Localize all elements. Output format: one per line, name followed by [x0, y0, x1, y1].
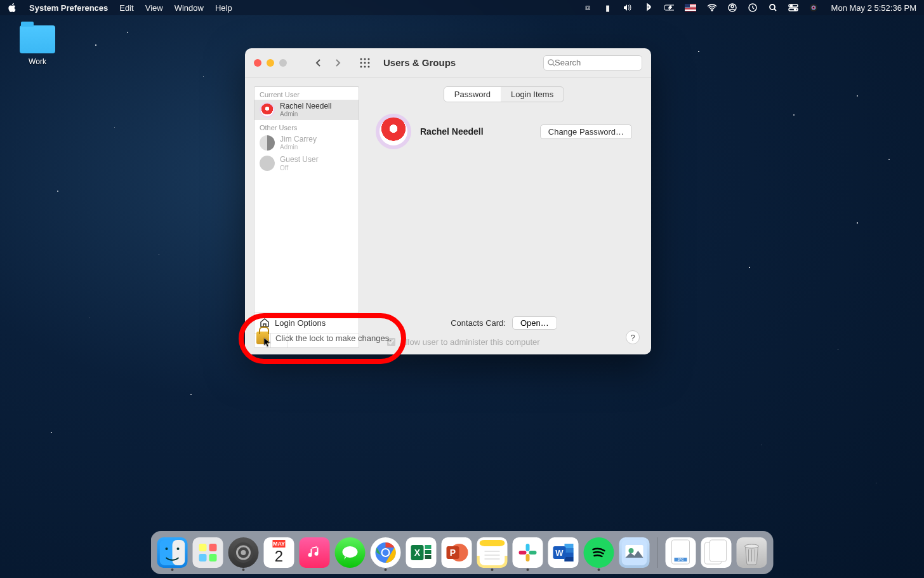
tab-login-items[interactable]: Login Items: [501, 87, 564, 102]
avatar-icon: [260, 102, 275, 118]
svg-rect-37: [209, 544, 217, 551]
help-button[interactable]: ?: [626, 330, 640, 344]
dock-spotify[interactable]: [584, 537, 614, 568]
svg-rect-64: [529, 551, 537, 554]
dock-recent-doc-2[interactable]: [701, 537, 732, 568]
dock-powerpoint[interactable]: P: [442, 537, 472, 568]
datetime[interactable]: Mon May 2 5:52:36 PM: [831, 3, 916, 13]
dock-word[interactable]: W: [548, 537, 579, 568]
svg-rect-59: [480, 540, 505, 546]
search-input[interactable]: [555, 58, 638, 67]
open-contacts-button[interactable]: Open…: [512, 316, 557, 330]
zoom-button[interactable]: [279, 59, 287, 67]
dock-messages[interactable]: [335, 537, 366, 568]
dock-preview[interactable]: [619, 537, 650, 568]
spotlight-icon[interactable]: [768, 3, 778, 13]
dock-slack[interactable]: [513, 537, 543, 568]
svg-rect-38: [199, 554, 207, 561]
app-name[interactable]: System Preferences: [29, 3, 108, 13]
svg-point-26: [364, 62, 366, 64]
svg-point-47: [383, 549, 389, 556]
titlebar: Users & Groups: [245, 48, 651, 77]
dropbox-icon[interactable]: ⧈: [583, 3, 593, 13]
forward-button: [329, 56, 346, 70]
login-options[interactable]: Login Options: [254, 312, 359, 333]
svg-rect-53: [425, 555, 432, 559]
dock-trash[interactable]: [737, 537, 767, 568]
profile-avatar[interactable]: [376, 114, 411, 149]
svg-rect-51: [425, 545, 432, 549]
dock-finder[interactable]: [157, 537, 188, 568]
svg-point-27: [368, 62, 370, 64]
tab-bar: Password Login Items: [444, 86, 564, 102]
show-all-button[interactable]: [358, 56, 372, 70]
svg-point-12: [731, 5, 734, 8]
svg-point-22: [360, 58, 362, 60]
svg-point-14: [770, 4, 775, 10]
svg-rect-33: [173, 540, 185, 565]
timemachine-icon[interactable]: [748, 3, 758, 13]
traffic-lights: [254, 59, 287, 67]
svg-point-25: [360, 62, 362, 64]
wifi-icon[interactable]: [707, 3, 717, 13]
svg-point-42: [241, 550, 246, 555]
menu-view[interactable]: View: [145, 3, 163, 13]
svg-point-35: [177, 548, 180, 550]
dock-system-preferences[interactable]: [228, 537, 259, 568]
svg-point-19: [810, 4, 817, 11]
dock-music[interactable]: [300, 537, 330, 568]
users-sidebar: Current User Rachel NeedellAdmin Other U…: [254, 86, 359, 348]
svg-point-28: [360, 65, 362, 67]
svg-rect-52: [425, 550, 432, 554]
search-box[interactable]: [543, 55, 642, 71]
change-password-button[interactable]: Change Password…: [540, 124, 632, 139]
menu-edit[interactable]: Edit: [119, 3, 133, 13]
svg-rect-71: [565, 557, 574, 561]
user-name: Guest User: [280, 156, 319, 164]
avatar-icon: [260, 156, 275, 171]
main-panel: Password Login Items Rachel Needell Chan…: [368, 86, 640, 348]
user-name: Rachel Needell: [280, 102, 331, 111]
minimize-button[interactable]: [267, 59, 274, 67]
dock-chrome[interactable]: [371, 537, 401, 568]
window-title: Users & Groups: [383, 57, 456, 68]
apple-icon[interactable]: [8, 3, 18, 13]
siri-icon[interactable]: [808, 3, 819, 13]
user-row-jim[interactable]: Jim CarreyAdmin: [254, 133, 359, 153]
dock-launchpad[interactable]: [193, 537, 223, 568]
svg-point-31: [548, 60, 553, 65]
tab-password[interactable]: Password: [444, 87, 501, 102]
folder-label: Work: [15, 57, 60, 66]
user-icon[interactable]: [727, 3, 737, 13]
svg-rect-69: [565, 548, 574, 553]
contacts-row: Contacts Card: Open…: [368, 313, 640, 333]
svg-text:JPG: JPG: [678, 558, 684, 561]
svg-rect-7: [685, 9, 696, 10]
lock-row[interactable]: Click the lock to make changes.: [256, 332, 392, 344]
dock: MAY2 X P W JPG: [151, 531, 774, 574]
user-row-guest[interactable]: Guest UserOff: [254, 153, 359, 173]
lock-icon[interactable]: [256, 332, 269, 344]
profile-name: Rachel Needell: [420, 126, 484, 137]
user-row-rachel[interactable]: Rachel NeedellAdmin: [254, 100, 359, 120]
menu-help[interactable]: Help: [215, 3, 232, 13]
menu-window[interactable]: Window: [175, 3, 204, 13]
close-button[interactable]: [254, 59, 261, 67]
dock-calendar[interactable]: MAY2: [264, 537, 294, 568]
svg-rect-82: [710, 540, 727, 561]
bluetooth-icon[interactable]: [644, 3, 654, 13]
dock-notes[interactable]: [477, 537, 508, 568]
flag-icon[interactable]: [684, 3, 697, 13]
svg-text:W: W: [555, 548, 564, 558]
battery-icon[interactable]: [664, 3, 674, 13]
svg-point-18: [794, 9, 796, 11]
svg-rect-8: [685, 10, 696, 11]
dock-excel[interactable]: X: [406, 537, 437, 568]
battery-menu-icon[interactable]: ▮: [603, 3, 613, 13]
back-button[interactable]: [310, 56, 327, 70]
control-center-icon[interactable]: [788, 3, 798, 13]
current-user-header: Current User: [254, 87, 359, 100]
volume-icon[interactable]: [623, 3, 633, 13]
desktop-folder-work[interactable]: Work: [15, 25, 60, 66]
dock-recent-doc-1[interactable]: JPG: [666, 537, 696, 568]
